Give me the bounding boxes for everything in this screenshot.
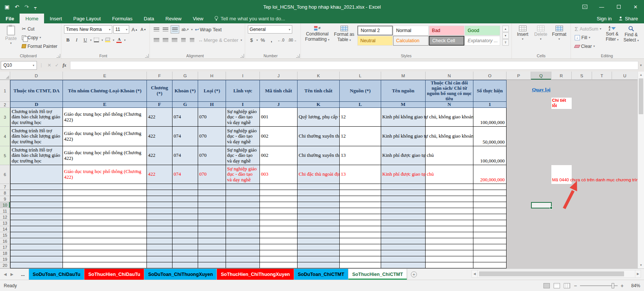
- cell[interactable]: [10, 232, 63, 238]
- merge-center-button[interactable]: Merge & Center: [197, 36, 240, 44]
- ribbon-tab[interactable]: Insert: [44, 14, 68, 23]
- column-header[interactable]: M: [381, 72, 426, 80]
- cell[interactable]: [147, 256, 172, 262]
- column-header[interactable]: I: [226, 72, 260, 80]
- cell[interactable]: [381, 220, 426, 226]
- cell[interactable]: [226, 244, 260, 250]
- cell[interactable]: [172, 214, 198, 220]
- cell[interactable]: [381, 190, 426, 196]
- cell[interactable]: [473, 202, 507, 208]
- page-layout-view-icon[interactable]: [554, 283, 560, 288]
- cell[interactable]: [298, 238, 340, 244]
- cell[interactable]: [147, 250, 172, 256]
- cell[interactable]: [198, 220, 226, 226]
- tell-me-box[interactable]: Tell me what you want to do...: [209, 14, 290, 23]
- cell[interactable]: [298, 190, 340, 196]
- cell-style-chip[interactable]: Check Cell: [429, 36, 464, 46]
- more-sheets-tab[interactable]: ...: [17, 269, 29, 280]
- cell[interactable]: [426, 196, 473, 202]
- row-header[interactable]: 3: [0, 108, 10, 127]
- cell[interactable]: Mã tính chất: [260, 80, 298, 102]
- decrease-indent-button[interactable]: [180, 36, 187, 44]
- cell[interactable]: [381, 214, 426, 220]
- cell[interactable]: [298, 196, 340, 202]
- cell[interactable]: [473, 250, 507, 256]
- cell[interactable]: [426, 238, 473, 244]
- middle-align-button[interactable]: [162, 25, 169, 34]
- cell[interactable]: [260, 238, 298, 244]
- cell[interactable]: [473, 256, 507, 262]
- cell[interactable]: [198, 214, 226, 220]
- cell[interactable]: [10, 244, 63, 250]
- number-dialog-launcher[interactable]: [296, 54, 300, 58]
- cell[interactable]: [298, 220, 340, 226]
- gallery-more-button[interactable]: ⊽: [502, 39, 509, 46]
- cell[interactable]: Giáo dục trung học phổ thông (Chương 422…: [63, 108, 147, 127]
- cell[interactable]: 422: [147, 127, 172, 146]
- cut-button[interactable]: Cut: [21, 25, 58, 33]
- cell[interactable]: 13: [340, 165, 381, 184]
- cell[interactable]: [172, 220, 198, 226]
- cell[interactable]: [260, 196, 298, 202]
- cell[interactable]: [198, 184, 226, 190]
- normal-view-icon[interactable]: [543, 283, 550, 288]
- increase-indent-button[interactable]: [188, 36, 196, 44]
- cell[interactable]: Kinh phí được giao tự chủ: [381, 165, 426, 184]
- cell[interactable]: 074: [172, 108, 198, 127]
- cell[interactable]: 422: [147, 108, 172, 127]
- row-header[interactable]: 15: [0, 232, 10, 238]
- scroll-up-icon[interactable]: ▲: [638, 72, 644, 78]
- gallery-up-button[interactable]: ▲: [502, 26, 509, 32]
- column-header-selected[interactable]: Q: [531, 72, 551, 80]
- cell[interactable]: [260, 262, 298, 268]
- cell[interactable]: [298, 256, 340, 262]
- align-right-button[interactable]: [171, 36, 179, 44]
- cell[interactable]: [260, 244, 298, 250]
- copy-button[interactable]: Copy▾: [21, 34, 58, 41]
- bottom-align-button[interactable]: [171, 25, 179, 34]
- cell[interactable]: [226, 184, 260, 190]
- find-select-button[interactable]: Find & Select ▾: [622, 25, 641, 44]
- cell[interactable]: [172, 238, 198, 244]
- cell[interactable]: [10, 238, 63, 244]
- cell[interactable]: 200,000,000: [473, 165, 507, 184]
- cell[interactable]: [10, 184, 63, 190]
- format-painter-button[interactable]: Format Painter: [21, 42, 58, 50]
- column-header[interactable]: U: [612, 72, 638, 80]
- sheet-tab[interactable]: SoThucHien_ChiThuongXuyen: [217, 269, 294, 280]
- sort-filter-button[interactable]: AZ Sort & Filter ▾: [604, 25, 621, 43]
- increase-decimal-button[interactable]: [276, 36, 285, 44]
- cell[interactable]: 422: [147, 146, 172, 165]
- cell[interactable]: [147, 184, 172, 190]
- cell[interactable]: [10, 190, 63, 196]
- cell[interactable]: [473, 220, 507, 226]
- cell[interactable]: [426, 226, 473, 232]
- cancel-entry-icon[interactable]: ✕: [47, 63, 51, 68]
- borders-button[interactable]: [93, 36, 100, 44]
- fill-color-button[interactable]: [104, 36, 111, 44]
- cell[interactable]: Chương trình Hỗ trợ đảm bảo chất lượng g…: [10, 127, 63, 146]
- italic-button[interactable]: [73, 36, 80, 44]
- cell[interactable]: [198, 190, 226, 196]
- cell[interactable]: Chương trình Hỗ trợ đảm bảo chất lượng g…: [10, 146, 63, 165]
- cell[interactable]: [172, 232, 198, 238]
- cell[interactable]: [381, 256, 426, 262]
- name-box[interactable]: Q10▾: [1, 61, 37, 70]
- cell[interactable]: [260, 256, 298, 262]
- selected-cell-outline[interactable]: [531, 202, 552, 208]
- cell[interactable]: [172, 190, 198, 196]
- row-header[interactable]: 2: [0, 102, 10, 108]
- error-detail-box[interactable]: Chi tiết lỗi: [551, 98, 572, 109]
- cell[interactable]: [340, 250, 381, 256]
- page-break-view-icon[interactable]: [564, 283, 570, 288]
- cell[interactable]: [147, 190, 172, 196]
- cell[interactable]: [10, 226, 63, 232]
- cell[interactable]: [298, 262, 340, 268]
- number-format-select[interactable]: General▾: [248, 25, 292, 34]
- tab-scroll-left-icon[interactable]: ◀: [4, 272, 7, 276]
- cell[interactable]: [298, 250, 340, 256]
- undo-icon[interactable]: [15, 4, 19, 10]
- cell[interactable]: Giáo dục trung học phổ thông (Chương 422…: [63, 127, 147, 146]
- cell[interactable]: Tên nhóm Chương-Loại-Khoản (*): [63, 80, 147, 102]
- cell[interactable]: [298, 214, 340, 220]
